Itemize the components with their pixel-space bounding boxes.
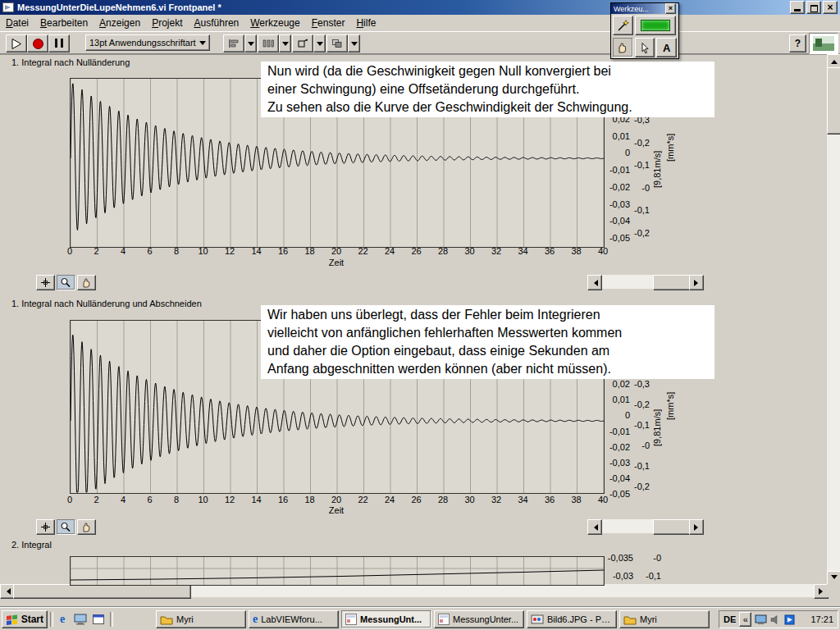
resize-objects-dropdown[interactable] xyxy=(292,34,326,51)
menu-item-anzeigen[interactable]: Anzeigen xyxy=(94,16,146,30)
led-indicator xyxy=(641,20,670,31)
graph-cursor-button[interactable] xyxy=(36,275,55,290)
taskbar-task-messungunt[interactable]: MessungUnt... xyxy=(341,610,431,628)
quick-launch-browser[interactable]: e xyxy=(54,612,71,627)
distribute-objects-dropdown[interactable] xyxy=(258,34,291,51)
menu-item-bearbeiten[interactable]: Bearbeiten xyxy=(34,16,94,30)
graph-pan-button[interactable] xyxy=(77,275,96,290)
taskbar-task-myri[interactable]: Myri xyxy=(156,610,246,628)
distribute-objects-arrow[interactable] xyxy=(279,34,291,52)
arrow-right-icon xyxy=(819,588,826,595)
position-tool-button[interactable] xyxy=(635,38,655,57)
resize-objects-arrow[interactable] xyxy=(313,34,326,52)
clock: 17:21 xyxy=(810,614,833,624)
crosshair-icon xyxy=(39,522,52,532)
chevron-left-icon: « xyxy=(743,614,748,624)
tools-palette-window[interactable]: Werkzeu... × xyxy=(610,2,679,59)
vi-icon-thumbnail[interactable] xyxy=(809,33,838,54)
reorder-objects-arrow[interactable] xyxy=(348,34,360,52)
menu-item-fenster[interactable]: Fenster xyxy=(306,16,351,30)
x-tick-label: 30 xyxy=(464,246,474,256)
tray-display-icon[interactable] xyxy=(755,614,767,625)
graph-zoom-button[interactable] xyxy=(57,275,75,290)
chart-scrollbar-2[interactable] xyxy=(587,519,702,533)
auto-tool-led-button[interactable] xyxy=(635,16,676,35)
task-label: Myri xyxy=(640,614,657,624)
menu-item-werkzeuge[interactable]: Werkzeuge xyxy=(244,16,305,30)
chart-scroll-right-button[interactable] xyxy=(689,275,704,290)
context-help-button[interactable]: ? xyxy=(789,34,806,52)
browser-icon: e xyxy=(253,614,258,625)
quick-launch-app[interactable] xyxy=(90,612,107,627)
graph-pan-button[interactable] xyxy=(77,519,96,535)
taskbar-separator xyxy=(50,612,53,627)
menu-item-ausf-hren[interactable]: Ausführen xyxy=(189,16,245,30)
start-button[interactable]: Start xyxy=(2,610,48,628)
horizontal-scrollbar[interactable] xyxy=(0,584,827,597)
vertical-scrollbar[interactable] xyxy=(827,54,840,584)
abort-button[interactable] xyxy=(27,34,48,52)
scrollbar-corner xyxy=(827,584,840,597)
y-tick-label: -0,035 xyxy=(599,553,633,563)
maximize-button[interactable] xyxy=(806,1,821,14)
graph-cursor-button[interactable] xyxy=(36,519,55,535)
menu-item-projekt[interactable]: Projekt xyxy=(146,16,188,30)
window-titlebar[interactable]: MessungUnterDieLupeNehmen6.vi Frontpanel… xyxy=(0,0,840,15)
operate-value-tool-button[interactable] xyxy=(613,38,633,57)
edit-text-tool-button[interactable]: A xyxy=(656,38,677,57)
menu-item-datei[interactable]: Datei xyxy=(0,16,34,30)
vi-icon xyxy=(438,614,450,625)
chart-scrollbar-thumb[interactable] xyxy=(653,275,691,290)
font-selector[interactable]: 13pt Anwendungsschriftart xyxy=(85,34,210,51)
close-button[interactable]: × xyxy=(823,1,838,14)
run-icon xyxy=(10,38,23,50)
x-tick-label: 24 xyxy=(385,246,395,256)
x-tick-label: 22 xyxy=(358,495,368,504)
x-axis-label: Zeit xyxy=(329,258,344,267)
hand-icon xyxy=(80,277,93,288)
chevron-down-icon xyxy=(248,42,254,49)
align-objects-dropdown[interactable] xyxy=(223,34,257,51)
help-icon: ? xyxy=(795,38,801,49)
chart-scroll-right-button[interactable] xyxy=(689,519,704,535)
x-tick-label: 8 xyxy=(174,246,179,256)
auto-tool-select-button[interactable] xyxy=(613,16,633,35)
horizontal-scrollbar-thumb[interactable] xyxy=(13,584,191,599)
tray-expand-button[interactable]: « xyxy=(739,612,751,627)
taskbar-task-bild6-jpg-paint[interactable]: Bild6.JPG - Paint xyxy=(527,610,617,628)
start-label: Start xyxy=(21,614,43,625)
taskbar-task-labviewforu[interactable]: eLabVIEWforu... xyxy=(249,610,339,628)
x-tick-label: 40 xyxy=(598,246,608,256)
x-tick-label: 24 xyxy=(385,495,395,504)
menu-item-hilfe[interactable]: Hilfe xyxy=(350,16,381,30)
x-tick-label: 6 xyxy=(147,246,152,256)
language-indicator[interactable]: DE xyxy=(724,614,736,624)
tray-volume-icon[interactable] xyxy=(770,614,781,625)
y-tick-label: -0,03 xyxy=(602,458,630,468)
graph-zoom-button[interactable] xyxy=(57,519,75,535)
chart-scrollbar-thumb[interactable] xyxy=(653,519,691,535)
chart-scroll-left-button[interactable] xyxy=(587,519,602,535)
y-tick-label: 0 xyxy=(602,148,630,158)
chart-scroll-left-button[interactable] xyxy=(587,275,602,290)
close-icon: × xyxy=(827,2,833,13)
chart-scrollbar-1[interactable] xyxy=(587,275,702,289)
minimize-button[interactable] xyxy=(790,1,805,14)
y-tick-label: -0,02 xyxy=(602,182,630,192)
pause-button[interactable] xyxy=(48,34,70,52)
tools-palette-close-button[interactable]: × xyxy=(665,3,676,14)
run-button[interactable] xyxy=(6,34,27,52)
taskbar-task-messungunter[interactable]: MessungUnter... xyxy=(434,610,524,628)
tools-palette-row-2: A xyxy=(611,36,678,58)
windows-logo-icon xyxy=(6,614,19,625)
vertical-scrollbar-thumb[interactable] xyxy=(827,67,840,135)
align-objects-arrow[interactable] xyxy=(244,34,257,52)
chevron-down-icon xyxy=(199,41,206,48)
tools-palette-titlebar[interactable]: Werkzeu... × xyxy=(611,3,678,14)
quick-launch-desktop[interactable] xyxy=(72,612,89,627)
y2-tick-label: -0,1 xyxy=(628,461,650,471)
browser-icon: e xyxy=(60,614,65,625)
tray-messenger-icon[interactable] xyxy=(784,614,795,625)
taskbar-task-myri[interactable]: Myri xyxy=(619,610,710,628)
reorder-objects-dropdown[interactable] xyxy=(326,34,360,51)
